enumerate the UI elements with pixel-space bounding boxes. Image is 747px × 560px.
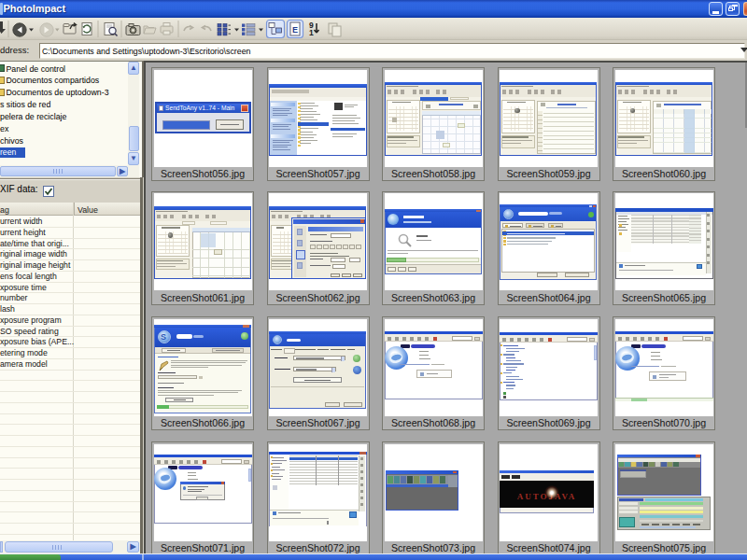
svg-text:E: E (292, 25, 298, 35)
svg-text:1: 1 (309, 28, 314, 37)
